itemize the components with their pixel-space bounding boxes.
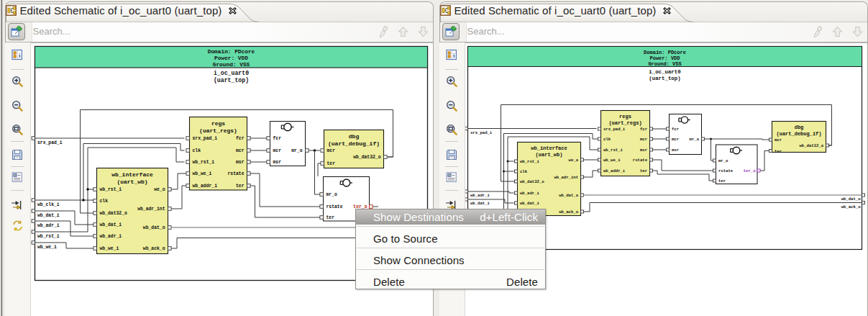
svg-text:Power: VDD: Power: VDD xyxy=(649,55,680,61)
svg-text:wb_dat_i: wb_dat_i xyxy=(37,213,60,218)
svg-text:msr: msr xyxy=(273,160,282,165)
svg-text:dbg: dbg xyxy=(349,133,360,140)
svg-text:wb_dat_o: wb_dat_o xyxy=(841,197,861,202)
svg-text:wb_adr_int: wb_adr_int xyxy=(554,175,578,180)
svg-text:srx_pad_i: srx_pad_i xyxy=(37,140,63,145)
svg-text:wb_ack_o: wb_ack_o xyxy=(841,204,861,209)
svg-text:wb_rst_i: wb_rst_i xyxy=(100,187,122,192)
svg-text:Domain: PDcore: Domain: PDcore xyxy=(644,50,686,55)
svg-text:wb_addr_i: wb_addr_i xyxy=(603,168,626,173)
svg-text:mcr: mcr xyxy=(327,148,336,153)
svg-text:mcr: mcr xyxy=(672,137,679,142)
svg-text:wb_ack_o: wb_ack_o xyxy=(559,209,578,215)
svg-text:wb_dat32_o: wb_dat32_o xyxy=(100,211,128,216)
svg-text:wb_adr_i: wb_adr_i xyxy=(520,191,539,196)
svg-text:Power: VDD: Power: VDD xyxy=(214,55,248,61)
svg-text:wb_dat_i: wb_dat_i xyxy=(470,201,490,206)
svg-text:srx_pad_i: srx_pad_i xyxy=(603,127,626,132)
svg-text:wb_ack_o: wb_ack_o xyxy=(143,246,165,251)
svg-text:(uart_top): (uart_top) xyxy=(214,77,249,83)
svg-text:wb_dat_i: wb_dat_i xyxy=(520,201,539,206)
svg-text:(uart_regs): (uart_regs) xyxy=(608,120,641,126)
svg-text:ter: ter xyxy=(640,168,647,173)
svg-text:(uart_top): (uart_top) xyxy=(649,76,680,81)
svg-text:wb_dat_i: wb_dat_i xyxy=(100,222,122,227)
svg-text:wb_we_i: wb_we_i xyxy=(603,158,621,163)
svg-text:clk: clk xyxy=(193,148,201,153)
svg-text:(uart_wb): (uart_wb) xyxy=(117,179,147,185)
svg-text:dbg: dbg xyxy=(795,125,804,130)
svg-text:wb_adr_i: wb_adr_i xyxy=(37,223,60,228)
svg-text:clk: clk xyxy=(603,137,611,142)
svg-text:wb_we_i: wb_we_i xyxy=(37,245,57,250)
svg-text:wb_interface: wb_interface xyxy=(111,171,153,178)
svg-text:wb_we_i: wb_we_i xyxy=(100,246,119,251)
svg-text:wb_dat32_o: wb_dat32_o xyxy=(799,143,823,148)
svg-text:(uart_debug_if): (uart_debug_if) xyxy=(776,131,821,137)
svg-text:ter_o: ter_o xyxy=(744,168,756,173)
svg-text:we_o: we_o xyxy=(154,187,165,192)
svg-text:wb_rst_i: wb_rst_i xyxy=(37,234,60,239)
svg-text:wb_rst_i: wb_rst_i xyxy=(193,160,215,165)
svg-text:wb_rst_i: wb_rst_i xyxy=(520,159,539,164)
svg-text:msr: msr xyxy=(236,160,245,165)
svg-text:fcr: fcr xyxy=(672,127,679,132)
svg-text:ter: ter xyxy=(327,161,336,166)
svg-text:clk: clk xyxy=(520,169,528,174)
svg-text:msr: msr xyxy=(640,148,647,153)
svg-text:ter: ter xyxy=(236,184,245,189)
svg-text:(uart_debug_if): (uart_debug_if) xyxy=(328,140,380,147)
svg-text:ter: ter xyxy=(326,215,335,220)
svg-text:mcr: mcr xyxy=(273,148,282,153)
svg-text:clk: clk xyxy=(100,199,109,204)
svg-text:wb_adr_i: wb_adr_i xyxy=(100,234,122,239)
svg-text:regs: regs xyxy=(211,120,225,127)
svg-text:rstate: rstate xyxy=(326,204,343,209)
svg-text:wb_clk_i: wb_clk_i xyxy=(37,202,60,207)
svg-text:(uart_regs): (uart_regs) xyxy=(199,127,237,134)
svg-text:ter: ter xyxy=(775,149,782,154)
svg-text:mcr: mcr xyxy=(236,148,245,153)
svg-text:Ground: VSS: Ground: VSS xyxy=(213,62,250,68)
svg-text:wb_dat32_o: wb_dat32_o xyxy=(520,179,544,184)
svg-text:fcr: fcr xyxy=(640,127,647,132)
svg-text:wb_dat_o: wb_dat_o xyxy=(559,193,578,198)
svg-text:i_oc_uart0: i_oc_uart0 xyxy=(649,69,681,75)
svg-text:mcr: mcr xyxy=(775,137,782,143)
svg-text:we_o: we_o xyxy=(569,158,579,163)
svg-text:srx_pad_i: srx_pad_i xyxy=(470,130,493,135)
svg-text:rstate: rstate xyxy=(718,168,734,173)
svg-text:regs: regs xyxy=(619,114,631,119)
svg-text:ter: ter xyxy=(718,179,726,184)
svg-text:wb_adr_i: wb_adr_i xyxy=(470,193,490,198)
svg-text:wb_rst_i: wb_rst_i xyxy=(603,148,623,153)
svg-text:wb_dat32_o: wb_dat32_o xyxy=(353,155,381,160)
svg-text:(uart_wb): (uart_wb) xyxy=(536,152,563,158)
svg-text:mr_o: mr_o xyxy=(291,148,303,153)
svg-text:wb_addr_i: wb_addr_i xyxy=(193,184,218,189)
svg-text:rstate: rstate xyxy=(633,158,648,163)
svg-text:fcr: fcr xyxy=(236,136,245,141)
svg-text:wb_interface: wb_interface xyxy=(531,145,567,151)
svg-text:mcr: mcr xyxy=(640,137,647,142)
svg-text:wb_we_i: wb_we_i xyxy=(193,171,212,176)
svg-text:wb_dat_o: wb_dat_o xyxy=(143,225,165,230)
svg-text:mr_o: mr_o xyxy=(690,137,700,142)
svg-text:srx_pad_i: srx_pad_i xyxy=(193,136,218,141)
svg-text:Ground: VSS: Ground: VSS xyxy=(648,61,681,67)
svg-text:rstate: rstate xyxy=(227,171,244,176)
svg-text:Domain: PDcore: Domain: PDcore xyxy=(208,49,255,55)
svg-text:msr: msr xyxy=(672,148,679,153)
svg-text:mr_o: mr_o xyxy=(718,158,728,163)
svg-text:fcr: fcr xyxy=(273,136,282,141)
svg-text:i_oc_uart0: i_oc_uart0 xyxy=(214,70,249,76)
svg-text:mr_o: mr_o xyxy=(326,192,338,197)
svg-text:wb_adr_int: wb_adr_int xyxy=(137,207,165,212)
